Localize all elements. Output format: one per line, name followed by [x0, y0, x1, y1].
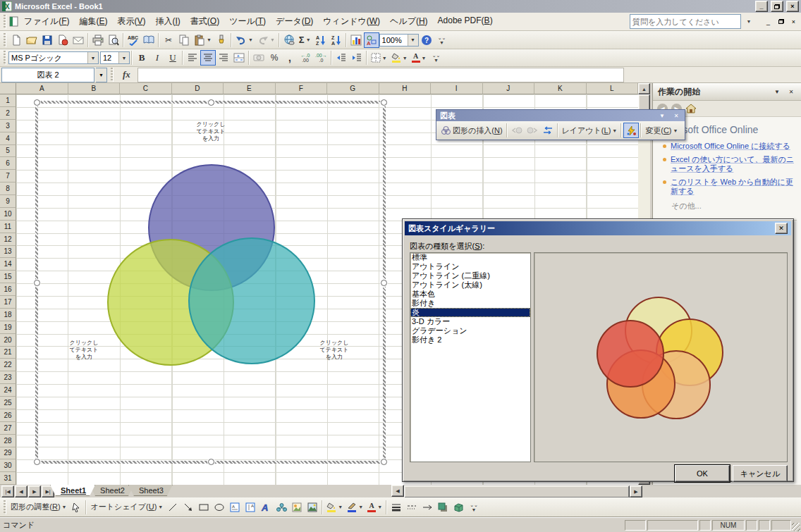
sheet-tab[interactable]: Sheet2 [90, 485, 134, 496]
toolbar-grip[interactable] [4, 51, 6, 65]
dialog-titlebar[interactable]: 図表スタイルギャラリー ✕ [405, 221, 791, 235]
research-button[interactable] [141, 32, 157, 48]
align-left-button[interactable] [185, 50, 200, 66]
hscroll-right-button[interactable]: ▶ [630, 485, 642, 497]
column-header[interactable]: B [68, 83, 121, 94]
rectangle-tool-button[interactable] [196, 500, 212, 515]
row-header[interactable]: 29 [0, 447, 16, 460]
clip-art-button[interactable] [289, 500, 305, 515]
save-button[interactable] [39, 32, 55, 48]
row-header[interactable]: 27 [0, 422, 16, 435]
column-header[interactable]: G [327, 83, 379, 94]
name-box-dropdown-icon[interactable]: ▼ [96, 68, 107, 82]
new-button[interactable] [8, 32, 24, 48]
menu-item[interactable]: ヘルプ(H) [385, 13, 433, 30]
formula-input[interactable] [137, 68, 624, 82]
italic-button[interactable]: I [149, 50, 165, 66]
column-header[interactable]: D [172, 83, 224, 94]
resize-handle[interactable] [34, 280, 40, 286]
row-header[interactable]: 1 [0, 94, 16, 107]
next-sheet-button[interactable]: ▶ [28, 485, 41, 497]
fill-color-button[interactable]: ▼ [389, 50, 410, 66]
decrease-indent-button[interactable] [334, 50, 349, 66]
autosum-button[interactable]: Σ▼ [297, 32, 313, 48]
ok-button[interactable]: OK [675, 465, 730, 482]
close-icon[interactable]: ✕ [775, 223, 788, 234]
row-header[interactable]: 3 [0, 120, 16, 132]
wordart-button[interactable]: A [258, 500, 274, 515]
row-header[interactable]: 19 [0, 321, 16, 334]
move-shape-forward-button[interactable] [525, 123, 540, 138]
line-tool-button[interactable] [165, 500, 181, 515]
redo-button[interactable]: ▼ [255, 32, 277, 48]
threed-style-button[interactable] [451, 500, 466, 515]
insert-diagram-button[interactable] [274, 500, 289, 515]
workbook-close-button[interactable]: × [788, 16, 800, 27]
row-header[interactable]: 8 [0, 183, 16, 195]
column-header[interactable]: A [16, 83, 68, 94]
row-header[interactable]: 6 [0, 157, 16, 170]
row-header[interactable]: 13 [0, 246, 16, 259]
row-header[interactable]: 20 [0, 334, 16, 347]
toolbar-options-chevron[interactable]: ⌄⌄▼ [466, 500, 482, 515]
draw-menu-button[interactable]: 図形の調整(R)▼ [8, 500, 68, 515]
row-header[interactable]: 25 [0, 397, 16, 409]
shape-fill-color-button[interactable]: ▼ [324, 500, 345, 515]
email-button[interactable] [71, 32, 86, 48]
more-link[interactable]: その他... [653, 198, 801, 214]
font-color-button[interactable]: A▼ [410, 50, 429, 66]
workbook-minimize-button[interactable]: _ [762, 16, 774, 27]
sort-descending-button[interactable]: ZA [329, 32, 344, 48]
cancel-button[interactable]: キャンセル [733, 465, 788, 482]
currency-style-button[interactable] [251, 50, 267, 66]
underline-button[interactable]: U [165, 50, 181, 66]
change-to-menu-button[interactable]: 変更(C)▼ [643, 123, 680, 138]
row-header[interactable]: 11 [0, 221, 16, 233]
style-list[interactable]: 標準アウトラインアウトライン (二重線)アウトライン (太線)基本色影付き炎3-… [410, 252, 531, 462]
shape-line-color-button[interactable]: ▼ [345, 500, 365, 515]
style-option[interactable]: 炎 [410, 308, 530, 317]
first-sheet-button[interactable]: |◀ [1, 485, 14, 497]
style-option[interactable]: 3-D カラー [410, 317, 530, 326]
row-header[interactable]: 18 [0, 309, 16, 321]
name-box[interactable]: 図表 2 [1, 68, 94, 82]
horizontal-scroll-thumb[interactable] [404, 485, 630, 498]
select-all-corner[interactable] [0, 83, 16, 94]
column-header[interactable]: I [431, 83, 483, 94]
resize-handle[interactable] [381, 459, 387, 465]
toolbar-options-icon[interactable]: ▼ [657, 113, 667, 119]
resize-handle[interactable] [381, 280, 387, 286]
style-option[interactable]: アウトライン (二重線) [410, 271, 530, 280]
select-objects-button[interactable] [68, 500, 84, 515]
spelling-button[interactable]: ABC [126, 32, 141, 48]
column-header[interactable]: L [587, 83, 639, 94]
arrow-tool-button[interactable] [181, 500, 196, 515]
menu-item[interactable]: データ(D) [271, 13, 318, 30]
menu-item[interactable]: ウィンドウ(W) [318, 13, 385, 30]
previous-sheet-button[interactable]: ◀ [15, 485, 27, 497]
home-icon[interactable] [685, 104, 697, 113]
column-header[interactable]: F [276, 83, 328, 94]
toolbar-grip[interactable] [4, 15, 6, 29]
autoshapes-menu-button[interactable]: オートシェイプ(U)▼ [88, 500, 165, 515]
row-header[interactable]: 28 [0, 435, 16, 447]
row-header[interactable]: 2 [0, 107, 16, 120]
style-option[interactable]: アウトライン (太線) [410, 280, 530, 290]
vertical-text-box-button[interactable]: A [243, 500, 258, 515]
column-header[interactable]: C [120, 83, 172, 94]
sort-ascending-button[interactable]: AZ [313, 32, 329, 48]
row-header[interactable]: 4 [0, 132, 16, 145]
bold-button[interactable]: B [134, 50, 149, 66]
row-header[interactable]: 26 [0, 409, 16, 422]
undo-button[interactable]: ▼ [233, 32, 255, 48]
insert-function-button[interactable]: fx [117, 69, 136, 80]
column-header[interactable]: J [483, 83, 535, 94]
row-header[interactable]: 10 [0, 208, 16, 221]
resize-handle[interactable] [34, 99, 40, 106]
drawing-toolbar-toggle[interactable]: A [364, 32, 379, 48]
resize-handle[interactable] [208, 459, 214, 465]
shape-font-color-button[interactable]: A▼ [365, 500, 384, 515]
row-header[interactable]: 23 [0, 371, 16, 384]
print-button[interactable] [90, 32, 106, 48]
other-task-panes-icon[interactable]: ▼ [772, 89, 782, 95]
